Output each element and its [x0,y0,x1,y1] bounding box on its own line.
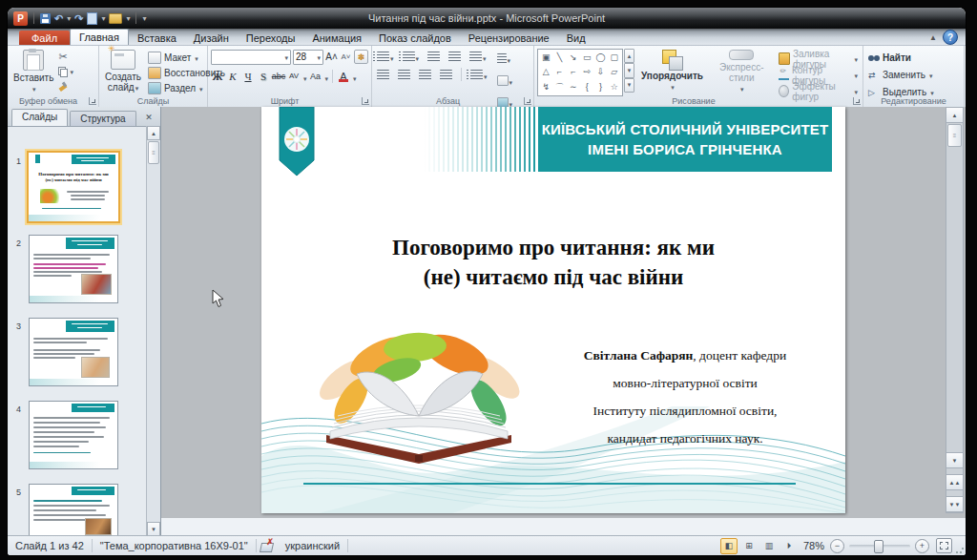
tab-animations[interactable]: Анимация [303,31,370,45]
tab-transitions[interactable]: Переходы [238,31,304,45]
shapes-gallery-grid[interactable]: ▣ ╲ ↘ ▭ ◯ ▢ △ ⌐ ⌐ ⇨ ⇩ ▱ ↯ ⌒ ∼ { } [537,49,623,96]
save-icon[interactable] [40,13,51,24]
zoom-out-button[interactable]: − [830,539,844,553]
tab-insert[interactable]: Вставка [129,31,185,45]
shape-arc[interactable]: ⌒ [555,83,564,92]
slide-title[interactable]: Поговоримо про читання: як ми (не) читає… [261,233,845,292]
undo-dropdown-icon[interactable]: ▾ [67,14,71,23]
cut-button[interactable] [56,51,75,63]
scroll-down-icon[interactable]: ▼ [946,452,963,468]
panel-close-icon[interactable]: ✕ [141,110,156,124]
shape-rectangle[interactable]: ▭ [583,53,592,62]
slide-scrollbar[interactable]: ▲ ≡ ▼ ▲▲ ▼▼ [946,107,964,513]
font-name-select[interactable] [211,50,291,65]
shape-textbox[interactable]: ▣ [542,53,551,62]
shape-arrow[interactable]: ↘ [570,53,577,62]
dropdown-icon[interactable]: ▾ [126,14,130,23]
copy-button[interactable] [56,65,75,77]
tab-home[interactable]: Главная [70,29,129,45]
scroll-up-icon[interactable]: ▲ [946,108,963,123]
panel-tab-outline[interactable]: Структура [70,111,135,126]
drawing-dialog-launcher[interactable] [853,97,861,105]
undo-icon[interactable] [54,13,63,24]
redo-icon[interactable] [74,13,83,24]
author-block[interactable]: Світлана Сафарян, доцент кафедри мовно-л… [534,342,836,452]
tab-file[interactable]: Файл [19,31,70,45]
shape-right-arrow[interactable]: ⇨ [583,68,591,76]
slide-thumbnail-1[interactable]: Поговоримо про читання: як ми(не) читаєм… [27,151,120,223]
slide-thumbnail-2[interactable] [29,235,118,303]
scroll-thumb[interactable]: ≡ [947,124,962,147]
language-indicator[interactable]: украинский [278,540,347,551]
customize-qat-icon[interactable]: ▾ [142,14,146,23]
slide-canvas[interactable]: КИЇВСЬКИЙ СТОЛИЧНИЙ УНІВЕРСИТЕТ ІМЕНІ БО… [261,107,845,513]
zoom-percent[interactable]: 78% [803,540,824,551]
align-left-button[interactable] [375,69,391,81]
slide-thumbnail-3[interactable] [29,318,118,386]
zoom-in-button[interactable]: + [915,539,929,553]
arrange-button[interactable]: Упорядочить [638,49,706,94]
bold-button[interactable]: Ж [211,69,224,83]
slide-sorter-view-button[interactable]: ⊞ [740,538,758,554]
new-slide-button[interactable]: Создать слайд [102,49,144,94]
tab-design[interactable]: Дизайн [185,31,238,45]
line-spacing-button[interactable] [468,47,488,66]
decrease-indent-button[interactable] [426,51,442,63]
text-shadow-button[interactable]: S [257,69,270,83]
italic-button[interactable]: К [226,69,239,83]
reading-view-button[interactable]: ▥ [760,538,778,554]
numbering-button[interactable] [401,47,422,66]
shapes-scroll-up[interactable]: ▲ [624,49,634,63]
strikethrough-button[interactable]: abc [272,69,285,83]
shape-oval[interactable]: ◯ [595,53,605,62]
tab-slideshow[interactable]: Показ слайдов [370,31,460,45]
font-color-button[interactable]: A [337,69,350,83]
normal-view-button[interactable]: ◧ [720,538,738,554]
panel-scroll-up-icon[interactable]: ▲ [147,126,160,140]
dropdown-icon[interactable]: ▾ [101,14,105,23]
find-button[interactable]: Найти [866,51,961,65]
tab-review[interactable]: Рецензирование [460,31,558,45]
fit-to-window-button[interactable] [936,538,952,553]
panel-tab-slides[interactable]: Слайды [11,109,68,126]
slideshow-view-button[interactable]: ⏵ [780,538,798,554]
clipboard-dialog-launcher[interactable] [89,97,96,105]
shape-triangle[interactable]: △ [543,68,550,76]
font-dialog-launcher[interactable] [362,97,369,105]
spellcheck-icon[interactable] [260,540,274,551]
shape-right-brace[interactable]: } [599,83,602,92]
shape-rounded-rectangle[interactable]: ▢ [611,53,619,62]
align-center-button[interactable] [396,69,412,81]
text-direction-button[interactable] [495,49,515,68]
panel-scrollbar[interactable]: ▲ ≡ ▼ [146,126,160,536]
format-painter-button[interactable] [56,79,75,92]
print-preview-icon[interactable] [87,12,97,25]
bullets-button[interactable] [375,47,396,66]
powerpoint-icon[interactable]: P [13,11,28,26]
theme-name[interactable]: "Тема_корпоративна 16X9-01" [93,540,256,551]
columns-button[interactable] [468,65,489,84]
grow-font-button[interactable] [325,50,338,64]
underline-button[interactable]: Ч [241,69,255,83]
previous-slide-icon[interactable]: ▲▲ [946,474,963,490]
shape-curve[interactable]: ∼ [570,83,577,92]
shape-line[interactable]: ╲ [557,53,562,62]
shape-elbow-arrow[interactable]: ⌐ [571,68,575,76]
panel-scroll-down-icon[interactable]: ▼ [147,522,160,536]
paragraph-dialog-launcher[interactable] [524,97,531,105]
minimize-ribbon-icon[interactable]: ▲ [929,33,937,42]
shape-left-brace[interactable]: { [586,83,589,92]
help-button[interactable]: ? [943,30,958,45]
shrink-font-button[interactable] [340,50,352,64]
paste-button[interactable]: Вставить [10,49,56,94]
shape-freeform[interactable]: ↯ [542,83,550,92]
zoom-slider-track[interactable] [849,545,910,548]
tab-view[interactable]: Вид [558,31,594,45]
shape-down-arrow[interactable]: ⇩ [597,68,605,76]
justify-button[interactable] [438,69,454,81]
panel-scroll-thumb[interactable]: ≡ [148,141,159,164]
clear-formatting-button[interactable] [354,50,368,64]
slide-thumbnail-4[interactable] [29,401,118,469]
align-right-button[interactable] [417,69,433,81]
shapes-more-button[interactable]: ▼ [624,78,634,93]
